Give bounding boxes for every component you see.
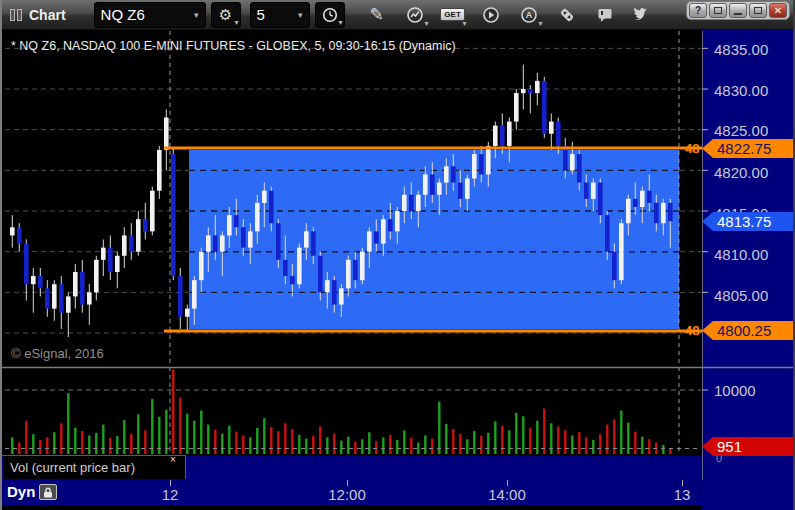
indicator-label-box[interactable]: Vol (current price bar) [4,455,186,479]
range-low-tag: 4800.25 [702,321,795,340]
help-button[interactable]: ? [689,3,707,18]
lock-toggle[interactable] [39,484,57,500]
twitter-bird-icon [633,6,652,23]
price-tick: 4825.00 [714,122,794,139]
twitter-button[interactable] [628,2,658,28]
alerts-button[interactable]: A ▾ [514,2,544,28]
price-tick: 4810.00 [714,246,794,263]
chart-window-icon [10,9,22,21]
range-low-edge-label: 48 [685,323,699,338]
chart-header-text: * NQ Z6, NASDAQ 100 E-MINI FUTURES - GLO… [11,39,456,53]
symbol-settings-button[interactable]: ⚙ ▾ [211,2,241,28]
get-label: GET [440,8,464,21]
time-label: 12 [162,486,179,503]
close-button[interactable]: ✕ [769,3,787,18]
indicator-label: Vol (current price bar) [10,460,135,475]
clock-icon [322,7,338,23]
maximize-button[interactable] [749,3,767,18]
volume-tick: 10000 [714,382,794,399]
price-tick: 4830.00 [714,82,794,99]
last-price-tag: 4813.75 [702,212,795,231]
price-tick: 4820.00 [714,164,794,181]
maximize-icon [754,7,762,14]
esignal-watermark: © eSignal, 2016 [11,346,104,361]
symbol-input[interactable]: NQ Z6 ▾ [94,2,206,28]
window-controls: ? ✕ [686,1,790,20]
dynamic-mode-label: Dyn [7,483,35,500]
titlebar[interactable]: Chart NQ Z6 ▾ ⚙ ▾ 5 ▾ ▾ ✎ [2,0,793,30]
replay-button[interactable] [476,2,506,28]
price-tick: 4805.00 [714,287,794,304]
indicator-close-icon[interactable]: × [170,455,176,465]
range-high-edge-label: 48 [685,141,699,156]
auto-a-icon: A [520,6,538,24]
interval-input[interactable]: 5 ▾ [250,2,310,28]
alerts-dropdown-caret: ▾ [539,20,543,28]
volume-last-tag: 951 [702,437,795,456]
minimize-icon [734,13,742,15]
help-label: ? [695,5,701,16]
time-label: 12:00 [328,486,366,503]
time-label: 14:00 [488,486,526,503]
studies-dropdown-caret: ▾ [425,20,429,28]
svg-text:A: A [525,10,532,20]
pencil-icon: ✎ [369,4,383,25]
price-tick: 4835.00 [714,41,794,58]
draw-tool-button[interactable]: ✎ [362,2,392,28]
swap-arrows-icon [558,6,576,24]
gear-icon: ⚙ [219,6,232,24]
range-high-tag: 4822.75 [702,139,795,158]
clock-dropdown-caret: ▾ [339,19,343,27]
lock-icon [43,487,53,498]
speech-bubble-icon [596,6,614,24]
interval-dropdown-caret[interactable]: ▾ [298,10,303,20]
dock-icon [714,7,722,14]
window-title: Chart [29,7,66,23]
get-data-button[interactable]: GET ▾ [438,2,468,28]
chart-window: Chart NQ Z6 ▾ ⚙ ▾ 5 ▾ ▾ ✎ [0,0,795,510]
get-dropdown-caret: ▾ [463,20,467,28]
plot-background [2,30,795,456]
play-icon [482,6,500,24]
symbol-dropdown-caret[interactable]: ▾ [194,10,199,20]
chat-button[interactable] [590,2,620,28]
interval-value: 5 [257,6,265,23]
studies-button[interactable]: ▾ [400,2,430,28]
time-label: 13 [674,486,691,503]
close-icon: ✕ [774,5,782,16]
dock-button[interactable] [709,3,727,18]
gear-dropdown-caret: ▾ [235,19,239,27]
share-button[interactable] [552,2,582,28]
study-chart-icon [406,6,424,24]
time-template-button[interactable]: ▾ [315,2,345,28]
symbol-value: NQ Z6 [101,6,145,23]
minimize-button[interactable] [729,3,747,18]
